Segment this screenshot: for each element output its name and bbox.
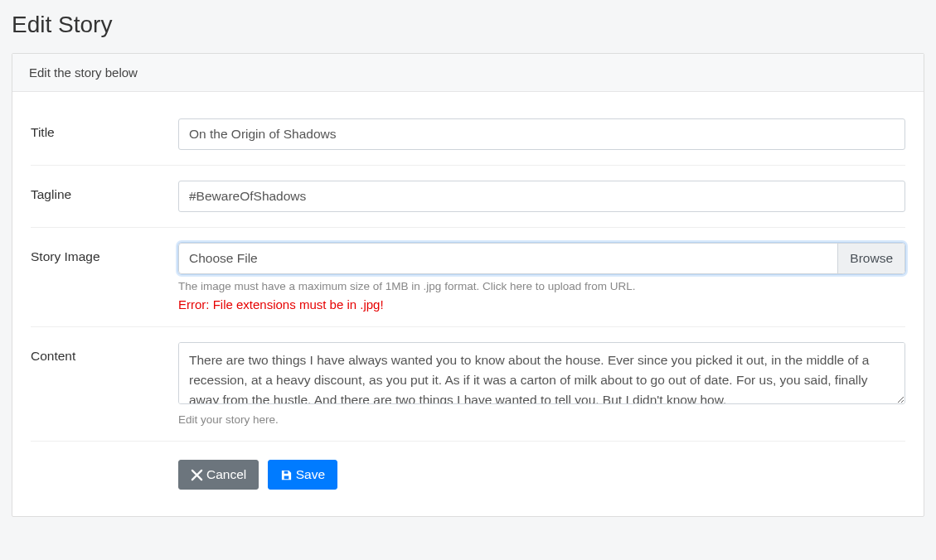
content-label: Content [31,342,178,364]
file-input[interactable]: Choose File Browse [178,243,905,274]
tagline-input[interactable] [178,181,905,212]
edit-story-panel: Edit the story below Title Tagline Story… [12,53,924,517]
browse-button[interactable]: Browse [837,244,904,273]
content-textarea[interactable] [178,342,905,404]
title-row: Title [31,110,905,166]
close-icon [191,469,203,481]
save-icon [280,469,293,481]
content-row: Content Edit your story here. [31,327,905,442]
panel-header: Edit the story below [12,54,924,92]
story-image-label: Story Image [31,243,178,264]
button-row: Cancel Save [178,442,905,490]
cancel-button-label: Cancel [206,467,246,482]
cancel-button[interactable]: Cancel [178,460,259,490]
file-placeholder: Choose File [179,244,837,273]
story-image-row: Story Image Choose File Browse The image… [31,228,905,327]
image-help-text: The image must have a maximum size of 1M… [178,280,905,292]
page-title: Edit Story [12,12,924,38]
title-label: Title [31,118,178,140]
title-input[interactable] [178,118,905,150]
image-error-text: Error: File extensions must be in .jpg! [178,297,905,311]
tagline-label: Tagline [31,181,178,202]
content-help-text: Edit your story here. [178,413,905,426]
save-button-label: Save [296,467,325,482]
tagline-row: Tagline [31,166,905,228]
save-button[interactable]: Save [268,460,337,490]
